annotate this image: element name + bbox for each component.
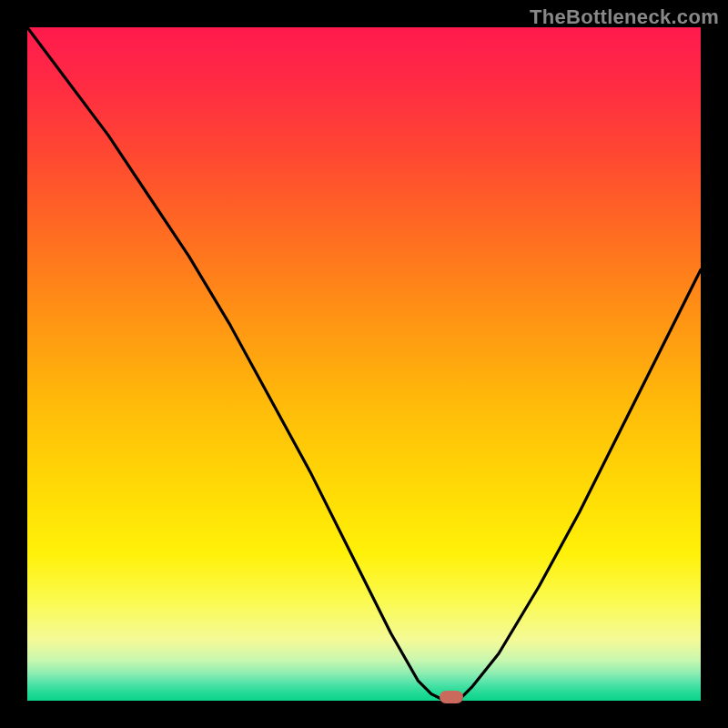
- watermark-text: TheBottleneck.com: [530, 5, 719, 29]
- curve-svg: [27, 27, 701, 701]
- plot-area: [27, 27, 701, 701]
- bottleneck-curve: [27, 27, 701, 701]
- chart-frame: TheBottleneck.com: [0, 0, 728, 728]
- optimum-marker: [440, 691, 463, 703]
